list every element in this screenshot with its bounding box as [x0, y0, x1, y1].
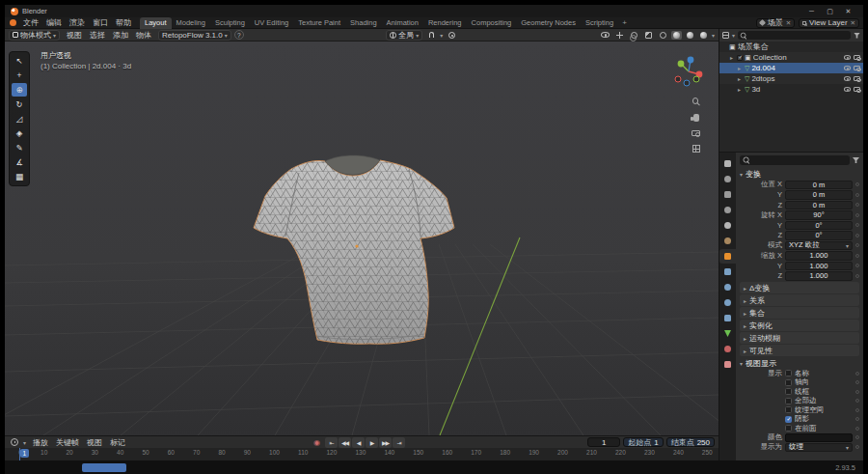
animate-decorator-icon[interactable] [855, 274, 859, 278]
workspace-tab[interactable]: Compositing [467, 17, 517, 29]
add-workspace-button[interactable]: + [618, 18, 631, 27]
field-input[interactable]: 1.000 [785, 262, 853, 271]
field-input[interactable]: 1.000 [785, 271, 853, 281]
animate-decorator-icon[interactable] [855, 408, 859, 412]
auto-keying-button[interactable]: ◉ [312, 438, 322, 447]
timeline-menu-item[interactable]: 标记 [106, 437, 129, 448]
menu-item[interactable]: 渲染 [66, 17, 89, 28]
tool-button[interactable]: ✎ [12, 141, 27, 154]
animate-decorator-icon[interactable] [855, 417, 859, 421]
xray-toggle-icon[interactable] [643, 30, 655, 41]
animate-decorator-icon[interactable] [855, 203, 859, 207]
viewport-menu-item[interactable]: 选择 [86, 30, 109, 41]
playhead[interactable]: 1 [19, 448, 20, 460]
properties-tab[interactable] [719, 311, 736, 325]
shading-rendered-icon[interactable] [698, 31, 709, 40]
disable-in-render-icon[interactable] [854, 55, 860, 60]
animate-decorator-icon[interactable] [855, 372, 859, 376]
field-input[interactable]: XYZ 欧拉 [785, 241, 853, 251]
collapsed-panel-header[interactable]: 实例化 [740, 320, 859, 331]
collapsed-panel-header[interactable]: 运动模糊 [740, 332, 859, 344]
mode-selector[interactable]: 物体模式 ▾ [9, 30, 60, 41]
properties-tab[interactable] [719, 218, 736, 233]
outliner-editor-type-icon[interactable] [722, 32, 729, 39]
animate-decorator-icon[interactable] [855, 234, 859, 237]
outliner-filter-icon[interactable] [854, 33, 860, 39]
expand-arrow-icon[interactable]: ▸ [738, 75, 743, 82]
animate-decorator-icon[interactable] [855, 182, 859, 186]
disable-in-render-icon[interactable] [854, 87, 860, 92]
gizmos-toggle-icon[interactable] [614, 30, 626, 41]
expand-arrow-icon[interactable]: ▸ [730, 54, 735, 61]
workspace-tab[interactable]: Layout [140, 17, 172, 29]
animate-decorator-icon[interactable] [855, 445, 859, 449]
properties-tab[interactable] [719, 203, 736, 217]
snap-options-chevron-icon[interactable]: ▾ [440, 32, 443, 39]
shading-solid-icon[interactable] [671, 31, 682, 40]
workspace-tab[interactable]: Scripting [581, 17, 618, 29]
view-layer-selector[interactable]: View Layer ✕ [799, 18, 859, 28]
animate-decorator-icon[interactable] [855, 254, 859, 258]
zoom-icon[interactable] [692, 98, 700, 105]
outliner-row[interactable]: ▸ 2dtops [719, 73, 863, 84]
playback-button[interactable]: ⇤ [325, 437, 338, 448]
checkbox[interactable] [785, 406, 792, 413]
properties-tab[interactable] [719, 249, 736, 264]
collection-checkbox[interactable] [737, 55, 743, 61]
properties-tab[interactable] [719, 172, 736, 186]
checkbox[interactable] [785, 379, 792, 386]
disable-in-render-icon[interactable] [854, 66, 860, 70]
retopoflow-dropdown[interactable]: RetopoFlow 3.1.0 ▾ [158, 30, 231, 41]
animate-decorator-icon[interactable] [855, 264, 859, 267]
checkbox[interactable] [785, 370, 792, 376]
tool-button[interactable]: ▦ [12, 170, 27, 183]
checkbox[interactable] [785, 425, 792, 432]
pan-hand-icon[interactable] [693, 114, 699, 122]
checkbox[interactable] [785, 388, 792, 395]
field-input[interactable]: 1.000 [785, 251, 853, 261]
workspace-tab[interactable]: UV Editing [250, 17, 293, 29]
remove-view-layer-icon[interactable]: ✕ [851, 19, 855, 27]
animate-decorator-icon[interactable] [855, 213, 859, 217]
collapsed-panel-header[interactable]: 可见性 [740, 345, 859, 356]
workspace-tab[interactable]: Sculpting [210, 17, 250, 29]
field-input[interactable]: 0 m [785, 181, 853, 190]
blender-app-menu-icon[interactable] [10, 19, 16, 26]
tool-button[interactable]: ∡ [12, 155, 27, 169]
timeline-menu-item[interactable]: 播放 [29, 437, 52, 448]
workspace-tab[interactable]: Modeling [172, 17, 210, 29]
camera-view-icon[interactable] [692, 130, 700, 136]
expand-arrow-icon[interactable]: ▸ [738, 86, 743, 93]
workspace-tab[interactable]: Geometry Nodes [516, 17, 581, 29]
workspace-tab[interactable]: Shading [345, 17, 382, 29]
field-input[interactable]: 0° [785, 221, 853, 231]
properties-tab[interactable] [719, 265, 736, 279]
properties-tab[interactable] [719, 156, 736, 171]
hide-in-viewport-icon[interactable] [844, 87, 851, 92]
animate-decorator-icon[interactable] [855, 435, 859, 439]
checkbox[interactable] [785, 398, 792, 404]
proportional-edit-icon[interactable] [446, 30, 457, 41]
properties-search-input[interactable] [740, 155, 850, 165]
snap-magnet-icon[interactable] [425, 30, 437, 41]
disable-in-render-icon[interactable] [854, 76, 860, 81]
current-frame-field[interactable]: 1 [587, 437, 620, 447]
animate-decorator-icon[interactable] [855, 390, 859, 394]
close-button[interactable]: ✕ [839, 5, 857, 17]
visibility-dropdown-icon[interactable] [600, 30, 611, 41]
perspective-toggle-icon[interactable] [692, 145, 700, 153]
navigation-gizmo[interactable] [672, 55, 705, 90]
3d-viewport[interactable]: ↖ + ⊕ ↻ ◿ ◈ ✎ [5, 42, 719, 435]
tool-button[interactable]: ↖ [12, 54, 27, 68]
collapsed-panel-header[interactable]: Δ变换 [740, 282, 859, 293]
workspace-tab[interactable]: Texture Paint [293, 17, 345, 29]
outliner-row[interactable]: ▸ Collection [719, 52, 863, 63]
outliner-search-input[interactable] [738, 31, 851, 40]
playback-button[interactable]: ⇥ [393, 437, 405, 448]
properties-tab[interactable] [719, 342, 736, 356]
outliner-row[interactable]: ▸ 3d [719, 84, 863, 95]
animate-decorator-icon[interactable] [855, 193, 859, 197]
display-as-dropdown[interactable]: 纹理 [785, 443, 853, 453]
viewport-menu-item[interactable]: 添加 [109, 30, 132, 41]
object-color-swatch[interactable] [785, 433, 853, 442]
